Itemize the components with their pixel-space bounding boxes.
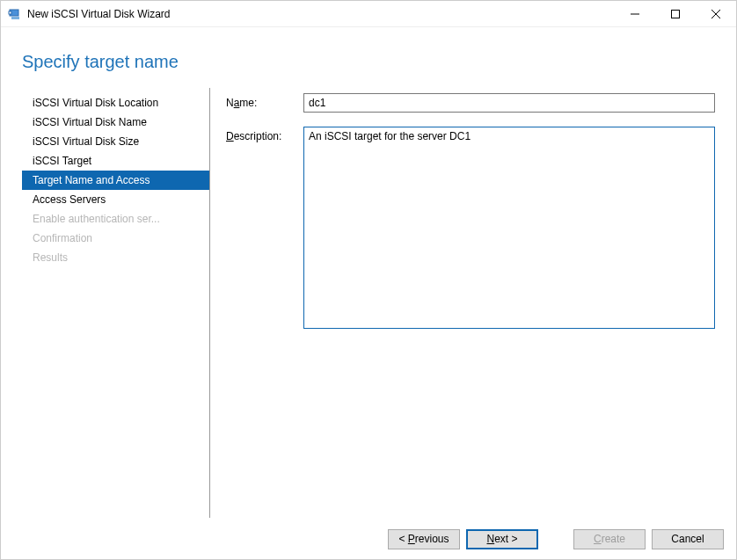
app-icon: [8, 7, 22, 21]
sidebar-item-target-name[interactable]: Target Name and Access: [22, 171, 209, 190]
svg-rect-4: [672, 10, 680, 18]
sidebar-item-disk-location[interactable]: iSCSI Virtual Disk Location: [22, 93, 209, 113]
description-input[interactable]: [303, 127, 715, 329]
cancel-button[interactable]: Cancel: [652, 529, 724, 549]
content: Specify target name iSCSI Virtual Disk L…: [1, 27, 736, 518]
create-button: Create: [573, 529, 646, 549]
page-title: Specify target name: [22, 52, 736, 72]
sidebar-item-disk-size[interactable]: iSCSI Virtual Disk Size: [22, 132, 209, 151]
sidebar-item-access-servers[interactable]: Access Servers: [22, 190, 209, 209]
minimize-button[interactable]: [615, 1, 655, 27]
sidebar-item-results: Results: [22, 248, 209, 267]
titlebar: New iSCSI Virtual Disk Wizard: [1, 1, 736, 27]
sidebar-item-iscsi-target[interactable]: iSCSI Target: [22, 151, 209, 171]
titlebar-controls: [615, 1, 736, 27]
previous-button[interactable]: < Previous: [388, 529, 460, 549]
svg-rect-2: [9, 11, 11, 14]
body: iSCSI Virtual Disk Location iSCSI Virtua…: [1, 88, 736, 518]
description-label: Description:: [226, 127, 303, 142]
titlebar-title: New iSCSI Virtual Disk Wizard: [27, 8, 615, 20]
name-label: Name:: [226, 93, 303, 109]
sidebar-item-disk-name[interactable]: iSCSI Virtual Disk Name: [22, 113, 209, 132]
name-input[interactable]: [303, 93, 715, 113]
footer: < Previous Next > Create Cancel: [1, 518, 736, 560]
svg-rect-1: [11, 17, 19, 19]
sidebar-item-authentication: Enable authentication ser...: [22, 209, 209, 229]
maximize-button[interactable]: [655, 1, 696, 27]
close-button[interactable]: [696, 1, 736, 27]
description-row: Description:: [226, 127, 715, 329]
name-row: Name:: [226, 93, 715, 113]
main-panel: Name: Description:: [210, 88, 715, 518]
next-button[interactable]: Next >: [466, 529, 538, 549]
wizard-steps-sidebar: iSCSI Virtual Disk Location iSCSI Virtua…: [22, 88, 210, 518]
sidebar-item-confirmation: Confirmation: [22, 229, 209, 248]
page-header: Specify target name: [1, 27, 736, 88]
